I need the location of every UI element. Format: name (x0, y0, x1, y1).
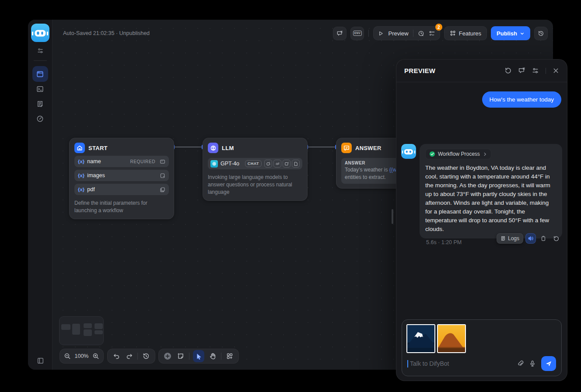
node-title: LLM (222, 145, 234, 151)
undo-icon[interactable] (112, 351, 121, 361)
start-field-pdf[interactable]: {x} pdf (74, 184, 169, 195)
chat-input-container[interactable] (402, 319, 562, 376)
zoom-toolbar: 100% (60, 349, 104, 364)
sidebar-item-monitoring[interactable] (32, 111, 48, 126)
success-check-icon (429, 151, 435, 157)
restart-conversation-button[interactable] (333, 27, 346, 40)
bot-message-text: The weather in Boydton, VA today is clea… (425, 164, 556, 234)
add-note-icon[interactable] (176, 351, 186, 361)
image-capability-icon (283, 160, 290, 168)
required-label: REQUIRED (130, 159, 155, 164)
image-file-icon (160, 173, 165, 178)
checklist-icon[interactable] (429, 30, 435, 37)
chat-mode-badge: CHAT (245, 160, 262, 167)
divider (34, 60, 47, 61)
features-button[interactable]: Features (444, 26, 487, 40)
version-history-button[interactable] (534, 27, 548, 40)
left-rail (28, 20, 52, 370)
regenerate-button[interactable] (551, 233, 561, 244)
chat-input[interactable] (410, 360, 511, 367)
logs-icon (500, 236, 506, 241)
bot-message-row: Workflow Process The weather in Boydton,… (401, 144, 562, 238)
copy-button[interactable] (538, 233, 549, 244)
preview-title: PREVIEW (404, 67, 504, 74)
start-field-name[interactable]: {x} name REQUIRED (74, 156, 169, 167)
chat-settings-icon[interactable] (532, 67, 539, 74)
env-variables-button[interactable]: ENV (350, 27, 364, 40)
start-field-images[interactable]: {x} images (74, 170, 169, 181)
edge-start-llm (174, 147, 203, 147)
microphone-icon[interactable] (529, 360, 536, 367)
minimap[interactable] (59, 316, 104, 345)
zoom-level[interactable]: 100% (75, 353, 89, 359)
divider (368, 30, 369, 37)
node-llm[interactable]: LLM GPT-4o CHAT Invoking large language … (203, 138, 308, 201)
attach-file-icon[interactable] (517, 360, 524, 367)
play-icon[interactable] (378, 31, 384, 36)
attachment-thumbnail-mountain-blue[interactable] (406, 324, 435, 353)
workflow-settings-icon[interactable] (37, 47, 44, 54)
env-label: ENV (353, 31, 362, 36)
chevron-right-icon (483, 152, 487, 157)
edge-llm-answer (308, 147, 336, 147)
text-cursor (407, 360, 408, 368)
message-actions: Logs (497, 233, 561, 244)
change-history-icon[interactable] (141, 351, 151, 361)
topbar-actions: ENV Preview 2 Features Publish (333, 26, 548, 40)
bot-message-bubble: Workflow Process The weather in Boydton,… (420, 144, 562, 238)
variable-icon: {x} (78, 187, 84, 192)
mode-toolbar (158, 349, 239, 364)
node-description: Invoking large language models to answer… (208, 174, 302, 196)
node-description: Define the initial parameters for launch… (74, 200, 169, 214)
redo-icon[interactable] (125, 351, 134, 361)
send-button[interactable] (541, 356, 556, 371)
clear-chat-icon[interactable] (518, 67, 525, 74)
home-icon (74, 143, 85, 153)
divider (546, 68, 546, 74)
zoom-out-icon[interactable] (64, 351, 71, 361)
preview-panel: PREVIEW How's the weather today Workflow… (396, 59, 567, 381)
hand-tool-icon[interactable] (208, 351, 217, 361)
collapse-panel-icon[interactable] (28, 357, 52, 364)
sidebar-item-orchestrate[interactable] (32, 66, 48, 82)
canvas-scrollbar[interactable] (392, 209, 393, 224)
app-bot-icon[interactable] (31, 24, 49, 42)
close-icon[interactable] (553, 67, 559, 74)
chevron-down-icon (520, 31, 525, 36)
preview-header: PREVIEW (396, 60, 567, 82)
speaker-button[interactable] (525, 233, 536, 244)
zoom-in-icon[interactable] (92, 351, 99, 361)
chat-area: How's the weather today Workflow Process… (396, 83, 567, 317)
node-title: ANSWER (355, 145, 382, 151)
add-node-icon[interactable] (163, 351, 172, 361)
run-history-icon[interactable] (418, 30, 424, 37)
node-start[interactable]: START {x} name REQUIRED {x} images {x} p… (69, 138, 174, 219)
document-capability-icon (292, 160, 300, 168)
refresh-conversation-icon[interactable] (504, 67, 512, 74)
sidebar-item-logs[interactable] (32, 96, 48, 112)
documents-icon (160, 187, 165, 192)
gpt-model-icon (210, 160, 218, 168)
preview-group: Preview 2 (373, 26, 440, 40)
pointer-tool-icon[interactable] (193, 350, 204, 362)
text-input-icon (160, 159, 165, 164)
features-icon (450, 30, 456, 36)
sidebar-item-terminal[interactable] (32, 81, 48, 97)
llm-brain-icon (208, 143, 218, 153)
checklist-count-badge: 2 (435, 24, 442, 31)
llm-model-row[interactable]: GPT-4o CHAT (208, 158, 302, 169)
preview-button[interactable]: Preview (388, 30, 408, 37)
history-toolbar (107, 349, 155, 364)
bot-avatar (401, 144, 416, 159)
logs-button[interactable]: Logs (497, 233, 523, 244)
publish-button[interactable]: Publish (491, 26, 530, 40)
organize-layout-icon[interactable] (225, 351, 234, 361)
attachment-thumbnail-mountain-orange[interactable] (437, 324, 466, 353)
autosave-status: Auto-Saved 21:02:35 · Unpublished (63, 30, 150, 36)
node-title: START (88, 145, 108, 151)
message-meta: 5.6s · 1:20 PM (426, 239, 462, 245)
variable-icon: {x} (78, 173, 84, 178)
audio-capability-icon (273, 160, 281, 168)
workflow-process-pill[interactable]: Workflow Process (425, 149, 491, 159)
variable-icon: {x} (78, 159, 84, 164)
